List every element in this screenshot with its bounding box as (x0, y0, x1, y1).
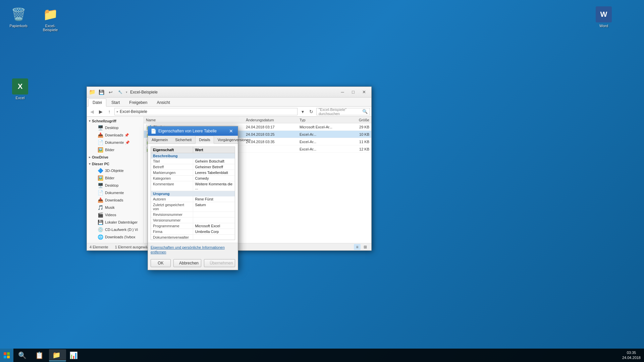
svg-rect-0 (4, 352, 6, 355)
ok-btn[interactable]: OK (151, 259, 171, 267)
qat-arrow[interactable]: ▾ (126, 90, 127, 94)
view-details-btn[interactable]: ≡ (354, 244, 361, 250)
sidebar-item-videos[interactable]: 🎬 Videos (90, 211, 144, 219)
dropdown-btn[interactable]: ▾ (299, 108, 306, 115)
musik-icon: 🎵 (98, 205, 103, 210)
breadcrumb-arrow1: ▸ (117, 110, 118, 113)
prop-row-markierungen[interactable]: Markierungen Leeres Tabellenblatt (151, 170, 235, 176)
uebernehmen-btn[interactable]: Übernehmen (204, 259, 235, 267)
tab-freigeben[interactable]: Freigeben (125, 99, 152, 106)
prop-val-titel: Geheim Botschaft (193, 159, 235, 164)
titlebar-icon: 📁 (89, 89, 96, 95)
taskbar-tasklist[interactable]: 📋 (32, 349, 49, 361)
save-qat-btn[interactable]: 💾 (98, 89, 105, 96)
tab-vorgaenger[interactable]: Vorgängerversionen (214, 136, 254, 144)
maximize-btn[interactable]: □ (348, 87, 359, 97)
tab-start[interactable]: Start (107, 99, 124, 106)
onedrive-arrow: ▸ (89, 156, 91, 159)
sidebar-item-dokumente[interactable]: 📄 Dokumente 📌 (90, 139, 144, 146)
sidebar-item-bilder[interactable]: 🖼️ Bilder (90, 146, 144, 154)
start-button[interactable] (0, 349, 13, 362)
prop-row-kommentare[interactable]: Kommentare Weitere Kommenta die ... (151, 181, 235, 191)
tab-ansicht[interactable]: Ansicht (152, 99, 174, 106)
forward-btn[interactable]: ▶ (97, 108, 104, 115)
prop-row-versionsnummer[interactable]: Versionsnummer (151, 218, 235, 223)
sidebar-item-downloads[interactable]: 📥 Downloads 📌 (90, 131, 144, 139)
close-btn[interactable]: ✕ (359, 87, 369, 97)
prop-col-name-header: Eigenschaft (151, 147, 193, 153)
tab-details[interactable]: Details (195, 136, 214, 144)
desktop-icon-word[interactable]: W Word (590, 5, 617, 29)
up-btn[interactable]: ↑ (106, 108, 113, 115)
search-box[interactable]: "Excel-Beispiele" durchsuchen 🔍 (316, 108, 370, 115)
ribbon: Datei Start Freigeben Ansicht (87, 98, 371, 107)
desktop-icon-excel-beispiele[interactable]: 📁 Excel-Beispiele (37, 5, 64, 33)
taskbar-excel[interactable]: 📊 (66, 349, 83, 361)
prop-row-betreff[interactable]: Betreff Geheimer Betreff (151, 164, 235, 170)
remove-properties-link[interactable]: Eigenschaften und persönliche Informatio… (151, 245, 225, 254)
undo-qat-btn[interactable]: ↩ (107, 89, 114, 96)
sidebar: ▾ Schnellzugriff 🖥️ Desktop 📥 Downloads … (87, 117, 144, 243)
breadcrumb-item[interactable]: Excel-Beispiele (120, 109, 147, 114)
abbrechen-btn[interactable]: Abbrechen (173, 259, 201, 267)
view-large-btn[interactable]: ⊞ (362, 244, 369, 250)
downloads-net-icon: 🌐 (98, 234, 103, 240)
col-size-header[interactable]: Größe (344, 118, 371, 122)
dokumente-folder-icon: 📄 (98, 140, 103, 145)
taskbar-search[interactable]: 🔍 (15, 349, 32, 361)
dialog-close-btn[interactable]: ✕ (227, 128, 235, 134)
sidebar-item-lokaler[interactable]: 💾 Lokaler Datenträger (90, 219, 144, 226)
prop-row-kategorien[interactable]: Kategorien Comedy (151, 176, 235, 181)
prop-row-titel[interactable]: Titel Geheim Botschaft (151, 159, 235, 164)
prop-section-ursprung: Ursprung (151, 191, 235, 196)
sidebar-header-dieser-pc[interactable]: ▾ Dieser PC (87, 161, 144, 167)
prop-row-firma[interactable]: Firma Umbrella Corp (151, 229, 235, 235)
dialog-buttons: OK Abbrechen Übernehmen (148, 256, 238, 270)
col-name-header[interactable]: Name (144, 118, 244, 122)
back-btn[interactable]: ◀ (88, 108, 96, 115)
sidebar-header-schnellzugriff[interactable]: ▾ Schnellzugriff (87, 118, 144, 124)
tab-datei[interactable]: Datei (88, 99, 106, 107)
file-type-umsatz: Excel-Ar... (298, 147, 344, 151)
address-path[interactable]: ▸ Excel-Beispiele (114, 108, 298, 115)
schnellzugriff-label: Schnellzugriff (92, 119, 116, 123)
minimize-btn[interactable]: ─ (337, 87, 348, 97)
onedrive-label: OneDrive (92, 155, 108, 159)
prop-row-autoren[interactable]: Autoren Rene Fürst (151, 196, 235, 202)
desktop-icon-excel[interactable]: X Excel (7, 77, 34, 101)
prop-row-programmname[interactable]: Programmname Microsoft Excel (151, 223, 235, 229)
prop-table: Beschreibung Titel Geheim Botschaft Betr… (151, 153, 235, 240)
sidebar-header-onedrive[interactable]: ▸ OneDrive (87, 154, 144, 160)
sidebar-item-desktop-pc[interactable]: 🖥️ Desktop (90, 182, 144, 189)
file-size-umsatz: 12 KB (344, 147, 371, 151)
sidebar-item-musik[interactable]: 🎵 Musik (90, 204, 144, 211)
sidebar-item-desktop[interactable]: 🖥️ Desktop (90, 124, 144, 131)
prop-row-dokverwalter[interactable]: Dokumentenverwalter (151, 235, 235, 240)
file-size-leeretabelle: 10 KB (344, 132, 371, 136)
sidebar-item-cd[interactable]: 💿 CD-Laufwerk (D:) Vi (90, 226, 144, 233)
prop-val-firma: Umbrella Corp (193, 229, 235, 234)
prop-row-revisionsnummer[interactable]: Revisionsnummer (151, 212, 235, 218)
sidebar-item-3dobjekte[interactable]: 🔷 3D-Objekte (90, 167, 144, 174)
search-placeholder: "Excel-Beispiele" durchsuchen (319, 108, 362, 116)
prop-name-betreff: Betreff (151, 164, 193, 170)
tab-allgemein[interactable]: Allgemein (148, 136, 171, 144)
bilder-folder-icon: 🖼️ (98, 147, 103, 153)
sidebar-item-downloads-pc[interactable]: 📥 Downloads (90, 196, 144, 204)
sidebar-item-bilder-pc[interactable]: 🖼️ Bilder (90, 174, 144, 182)
taskbar-explorer[interactable]: 📁 (49, 349, 66, 361)
dialog-titlebar-icon: 📄 (151, 128, 156, 134)
prop-row-gespeichert-von[interactable]: Zuletzt gespeichert von Saturn (151, 202, 235, 212)
refresh-btn[interactable]: ↻ (308, 108, 315, 115)
prop-name-markierungen: Markierungen (151, 170, 193, 175)
desktop-icon-papierkorb[interactable]: 🗑️ Papierkorb (5, 5, 32, 29)
prop-name-versionsnummer: Versionsnummer (151, 218, 193, 223)
address-bar: ◀ ▶ ↑ ▸ Excel-Beispiele ▾ ↻ "Excel-Beisp… (87, 107, 371, 117)
sidebar-item-downloads-net[interactable]: 🌐 Downloads (\\vbox (90, 233, 144, 241)
sidebar-item-dokumente-pc[interactable]: 📄 Dokumente (90, 189, 144, 196)
prop-name-autoren: Autoren (151, 196, 193, 202)
col-type-header[interactable]: Typ (298, 118, 344, 122)
properties-qat-btn[interactable]: 🔧 (116, 89, 124, 96)
col-date-header[interactable]: Änderungsdatum (244, 118, 298, 122)
tab-sicherheit[interactable]: Sicherheit (171, 136, 195, 144)
